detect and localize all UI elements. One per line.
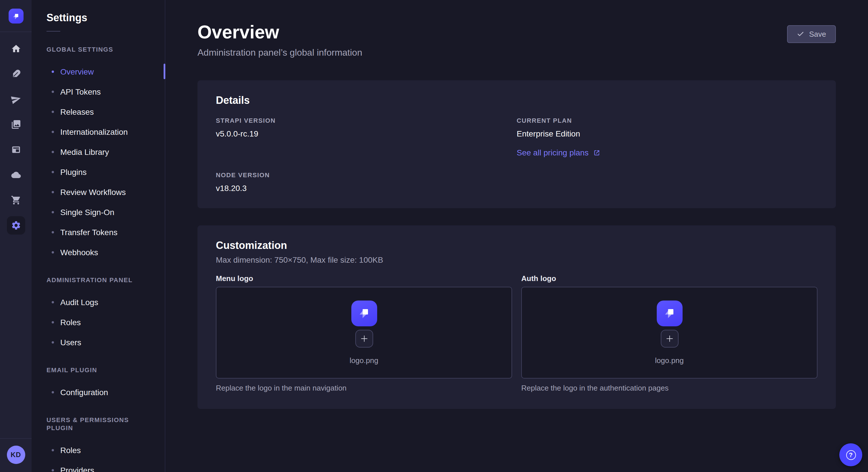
sidebar-item-releases[interactable]: Releases (32, 102, 165, 122)
menu-logo-preview (351, 300, 377, 326)
settings-subnav: Settings GLOBAL SETTINGS Overview API To… (32, 0, 165, 472)
strapi-version-label: STRAPI VERSION (216, 117, 517, 125)
bullet-icon (52, 191, 54, 193)
auth-logo-field: Auth logo logo.png (521, 274, 817, 393)
rail-nav-icons (7, 40, 25, 235)
plus-icon (360, 334, 368, 343)
layout-icon[interactable] (7, 140, 25, 159)
menu-logo-add-button[interactable] (355, 330, 373, 347)
section-header-global-settings: GLOBAL SETTINGS (46, 45, 150, 53)
sidebar-item-up-providers[interactable]: Providers (32, 460, 165, 472)
details-card: Details STRAPI VERSION v5.0.0-rc.19 CURR… (197, 80, 836, 208)
customization-card-subtitle: Max dimension: 750×750, Max file size: 1… (216, 255, 817, 265)
strapi-admin-window: KD Settings GLOBAL SETTINGS Overview API… (0, 0, 868, 472)
sidebar-item-plugins[interactable]: Plugins (32, 162, 165, 182)
strapi-logo-glyph (661, 305, 677, 321)
save-button[interactable]: Save (787, 25, 836, 43)
pricing-plans-link[interactable]: See all pricing plans (517, 148, 601, 157)
bullet-icon (52, 90, 54, 93)
sidebar-item-audit-logs[interactable]: Audit Logs (32, 292, 165, 312)
section-header-email-plugin: EMAIL PLUGIN (46, 366, 150, 374)
strapi-logo[interactable] (8, 9, 23, 24)
strapi-version-value: v5.0.0-rc.19 (216, 129, 517, 139)
section-list-email-plugin: Configuration (32, 382, 165, 402)
menu-logo-label: Menu logo (216, 274, 512, 283)
sidebar-item-internationalization[interactable]: Internationalization (32, 122, 165, 142)
sidebar-item-admin-users[interactable]: Users (32, 332, 165, 352)
auth-logo-preview (656, 300, 682, 326)
user-avatar[interactable]: KD (7, 446, 25, 464)
details-grid: STRAPI VERSION v5.0.0-rc.19 CURRENT PLAN… (216, 117, 817, 193)
page-title: Overview (197, 22, 362, 42)
media-library-icon[interactable] (7, 115, 25, 134)
page-subtitle: Administration panel’s global informatio… (197, 47, 362, 59)
check-icon (797, 30, 805, 38)
help-button[interactable]: ? (839, 443, 862, 466)
pricing-plans-link-label: See all pricing plans (517, 148, 589, 157)
feather-content-icon[interactable] (7, 65, 25, 83)
auth-logo-label: Auth logo (521, 274, 817, 283)
bullet-icon (52, 150, 54, 153)
bullet-icon (52, 341, 54, 343)
strapi-logo-glyph (356, 305, 372, 321)
customization-card-title: Customization (216, 239, 817, 252)
plus-icon (665, 334, 674, 343)
sidebar-item-review-workflows[interactable]: Review Workflows (32, 182, 165, 202)
section-list-global-settings: Overview API Tokens Releases Internation… (32, 61, 165, 262)
sidebar-item-media-library[interactable]: Media Library (32, 142, 165, 162)
bullet-icon (52, 301, 54, 303)
sidebar-item-single-sign-on[interactable]: Single Sign-On (32, 202, 165, 222)
auth-logo-filename: logo.png (655, 356, 684, 365)
menu-logo-filename: logo.png (350, 356, 378, 365)
sidebar-item-overview[interactable]: Overview (32, 61, 165, 81)
section-header-administration-panel: ADMINISTRATION PANEL (46, 276, 150, 284)
current-plan-value: Enterprise Edition (517, 129, 817, 139)
bullet-icon (52, 251, 54, 253)
auth-logo-dropzone[interactable]: logo.png (521, 287, 817, 378)
cart-marketplace-icon[interactable] (7, 191, 25, 209)
main-nav-rail: KD (0, 0, 32, 472)
sidebar-item-api-tokens[interactable]: API Tokens (32, 81, 165, 102)
customization-card: Customization Max dimension: 750×750, Ma… (197, 225, 836, 409)
bullet-icon (52, 231, 54, 233)
details-grid-empty-cell (517, 171, 817, 193)
node-version-label: NODE VERSION (216, 171, 517, 179)
current-plan-field: CURRENT PLAN Enterprise Edition See all … (517, 117, 817, 158)
subnav-title: Settings (46, 11, 165, 24)
menu-logo-dropzone[interactable]: logo.png (216, 287, 512, 378)
node-version-value: v18.20.3 (216, 183, 517, 193)
node-version-field: NODE VERSION v18.20.3 (216, 171, 517, 193)
bullet-icon (52, 321, 54, 323)
menu-logo-hint: Replace the logo in the main navigation (216, 384, 512, 393)
paper-plane-icon[interactable] (7, 90, 25, 108)
sidebar-item-webhooks[interactable]: Webhooks (32, 242, 165, 262)
bullet-icon (52, 70, 54, 72)
strapi-logo-glyph (11, 11, 21, 21)
home-icon[interactable] (7, 40, 25, 58)
bullet-icon (52, 469, 54, 471)
main-content: Overview Administration panel’s global i… (165, 0, 868, 472)
auth-logo-add-button[interactable] (660, 330, 678, 347)
sidebar-item-admin-roles[interactable]: Roles (32, 312, 165, 332)
page-header: Overview Administration panel’s global i… (197, 22, 836, 59)
sidebar-item-up-roles[interactable]: Roles (32, 440, 165, 460)
section-header-users-permissions-plugin: USERS & PERMISSIONS PLUGIN (46, 416, 150, 432)
bullet-icon (52, 391, 54, 393)
sidebar-item-email-configuration[interactable]: Configuration (32, 382, 165, 402)
details-card-title: Details (216, 94, 817, 107)
bullet-icon (52, 171, 54, 173)
bullet-icon (52, 449, 54, 451)
bullet-icon (52, 131, 54, 133)
auth-logo-hint: Replace the logo in the authentication p… (521, 384, 817, 393)
section-list-users-permissions-plugin: Roles Providers (32, 440, 165, 472)
page-header-text: Overview Administration panel’s global i… (197, 22, 362, 59)
sidebar-item-transfer-tokens[interactable]: Transfer Tokens (32, 222, 165, 242)
menu-logo-field: Menu logo logo.png (216, 274, 512, 393)
bullet-icon (52, 211, 54, 213)
gear-settings-icon[interactable] (7, 216, 25, 235)
save-button-label: Save (809, 30, 826, 38)
rail-divider-bottom (0, 438, 32, 439)
help-icon: ? (846, 450, 856, 460)
cloud-icon[interactable] (7, 166, 25, 184)
rail-divider-top (0, 32, 32, 32)
